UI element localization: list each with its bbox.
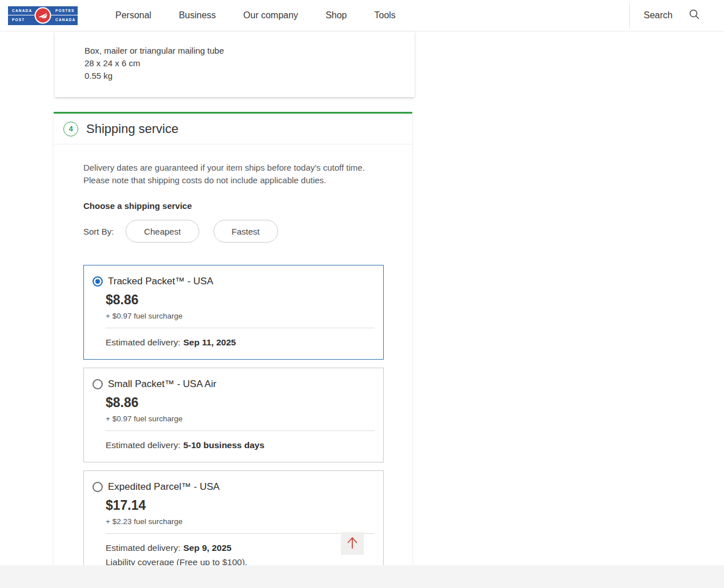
canada-post-logo[interactable]: CANADA POSTES POST CANADA xyxy=(8,6,78,25)
footer-band xyxy=(0,565,724,588)
nav-item-business[interactable]: Business xyxy=(165,10,230,21)
option-radio-row[interactable]: Tracked Packet™ - USA xyxy=(92,276,375,287)
delivery-value: Sep 11, 2025 xyxy=(183,337,236,347)
shipping-service-header: 4 Shipping service xyxy=(54,114,412,144)
header-right: Search xyxy=(629,0,724,31)
delivery-value: 5-10 business days xyxy=(183,440,264,450)
nav-item-personal[interactable]: Personal xyxy=(102,10,165,21)
option-price: $17.14 xyxy=(106,498,375,513)
option-divider xyxy=(106,328,375,328)
option-radio-row[interactable]: Expedited Parcel™ - USA xyxy=(92,481,375,493)
package-weight: 0.55 kg xyxy=(85,70,415,82)
search-icon[interactable] xyxy=(689,9,700,22)
nav-item-shop[interactable]: Shop xyxy=(312,10,360,21)
package-description: Box, mailer or triangular mailing tube xyxy=(85,45,415,57)
package-summary-card: Box, mailer or triangular mailing tube 2… xyxy=(55,31,415,97)
shipping-options-list: Tracked Packet™ - USA $8.86 + $0.97 fuel… xyxy=(83,265,384,588)
delivery-label: Estimated delivery: xyxy=(106,337,180,347)
sort-cheapest-button[interactable]: Cheapest xyxy=(126,220,199,243)
search-button[interactable]: Search xyxy=(630,9,724,22)
choose-service-heading: Choose a shipping service xyxy=(83,201,384,211)
shipping-option-small-packet-usa-air[interactable]: Small Packet™ - USA Air $8.86 + $0.97 fu… xyxy=(83,368,384,462)
option-divider xyxy=(106,430,375,431)
option-surcharge: + $2.23 fuel surcharge xyxy=(106,517,375,526)
option-name: Tracked Packet™ - USA xyxy=(108,276,214,287)
top-navigation-bar: CANADA POSTES POST CANADA Personal Busin… xyxy=(0,0,724,31)
shipping-description: Delivery dates are guaranteed if your it… xyxy=(83,162,384,186)
option-name: Small Packet™ - USA Air xyxy=(108,378,216,390)
sort-fastest-button[interactable]: Fastest xyxy=(214,220,278,243)
delivery-value: Sep 9, 2025 xyxy=(183,543,231,553)
option-delivery: Estimated delivery:5-10 business days xyxy=(106,440,375,450)
option-price: $8.86 xyxy=(106,292,375,308)
option-delivery: Estimated delivery:Sep 11, 2025 xyxy=(106,337,375,348)
radio-unselected-icon[interactable] xyxy=(92,379,103,389)
option-surcharge: + $0.97 fuel surcharge xyxy=(106,312,375,320)
radio-unselected-icon[interactable] xyxy=(92,482,103,492)
main-nav: Personal Business Our company Shop Tools xyxy=(102,10,409,21)
section-title: Shipping service xyxy=(86,122,178,136)
shipping-service-body: Delivery dates are guaranteed if your it… xyxy=(54,144,412,588)
nav-item-our-company[interactable]: Our company xyxy=(230,10,312,21)
up-arrow-icon xyxy=(345,535,359,552)
wing-emblem-icon xyxy=(35,7,51,24)
package-dimensions: 28 x 24 x 6 cm xyxy=(85,57,415,70)
option-delivery: Estimated delivery:Sep 9, 2025 xyxy=(106,543,375,553)
shipping-option-tracked-packet-usa[interactable]: Tracked Packet™ - USA $8.86 + $0.97 fuel… xyxy=(83,265,384,360)
option-price: $8.86 xyxy=(106,395,375,410)
shipping-service-section: 4 Shipping service Delivery dates are gu… xyxy=(54,112,412,588)
page: CANADA POSTES POST CANADA Personal Busin… xyxy=(0,0,724,588)
radio-selected-icon[interactable] xyxy=(92,276,103,287)
option-surcharge: + $0.97 fuel surcharge xyxy=(106,414,375,423)
nav-item-tools[interactable]: Tools xyxy=(361,10,409,21)
option-radio-row[interactable]: Small Packet™ - USA Air xyxy=(92,378,375,390)
delivery-label: Estimated delivery: xyxy=(106,543,180,553)
delivery-label: Estimated delivery: xyxy=(106,440,180,450)
back-to-top-button[interactable] xyxy=(341,532,364,555)
option-divider xyxy=(106,533,375,534)
sort-by-label: Sort By: xyxy=(83,227,114,236)
step-number-badge: 4 xyxy=(63,122,78,136)
search-label: Search xyxy=(643,10,673,21)
sort-controls: Sort By: Cheapest Fastest xyxy=(83,220,384,243)
option-name: Expedited Parcel™ - USA xyxy=(108,481,220,493)
